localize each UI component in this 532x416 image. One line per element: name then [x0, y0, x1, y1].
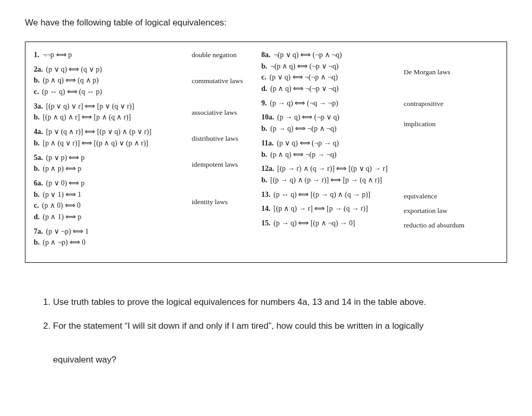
- question-2: For the statement “I will sit down if an…: [53, 318, 507, 368]
- left-formula-column: 1.¬¬p ⟺ p2a.(p ∨ q) ⟺ (q ∨ p)b.(p ∧ q) ⟺…: [34, 49, 179, 254]
- law-name: exportation law: [404, 205, 498, 217]
- left-group: 4a.[p ∨ (q ∧ r)] ⟺ [(p ∨ q) ∧ (p ∨ r)]b.…: [34, 126, 179, 149]
- formula-row: 11a.(p ∨ q) ⟺ (¬p → q): [261, 138, 391, 149]
- right-group: 12a.[(p → r) ∧ (q → r)] ⟺ [(p ∨ q) → r]b…: [261, 163, 391, 185]
- questions: Use truth tables to prove the logical eq…: [25, 294, 507, 368]
- question-1-text: Use truth tables to prove the logical eq…: [53, 297, 426, 307]
- question-1: Use truth tables to prove the logical eq…: [53, 294, 507, 311]
- row-expression: (p ↔ q) ⟺ (q ↔ p): [42, 88, 102, 96]
- row-number: b.: [261, 62, 267, 70]
- row-number: b.: [34, 165, 39, 172]
- row-expression: (p ∧ q) ⟺ ¬(¬p ∨ ¬q): [270, 85, 338, 92]
- formula-row: b.(p → q) ⟺ ¬(p ∧ ¬q): [261, 123, 391, 135]
- left-group: 5a.(p ∨ p) ⟺ pb.(p ∧ p) ⟺ p: [34, 152, 179, 175]
- law-name: De Morgan laws: [404, 49, 498, 95]
- row-number: b.: [34, 113, 39, 121]
- row-expression: (p ∨ 0) ⟺ p: [46, 179, 85, 187]
- formula-row: b.[(p → q) ∧ (p → r)] ⟺ [p → (q ∧ r)]: [261, 175, 391, 186]
- row-expression: (p ∧ p) ⟺ p: [43, 165, 81, 172]
- row-expression: [(p ∧ q) → r] ⟺ [p → (q → r)]: [274, 205, 368, 212]
- right-group: 9.(p → q) ⟺ (¬q → ¬p): [261, 98, 391, 109]
- law-name: distributive laws: [192, 127, 249, 150]
- formula-row: 13.(p ↔ q) ⟺ [(p → q) ∧ (q → p)]: [261, 189, 391, 200]
- formula-row: 12a.[(p → r) ∧ (q → r)] ⟺ [(p ∨ q) → r]: [261, 163, 391, 175]
- law-name: commutative laws: [192, 64, 249, 98]
- row-expression: (p ∨ q) ⟺ (q ∨ p): [46, 65, 102, 73]
- row-expression: [p ∧ (q ∨ r)] ⟺ [(p ∧ q) ∨ (p ∧ r)]: [43, 139, 148, 147]
- formula-row: 2a.(p ∨ q) ⟺ (q ∨ p): [34, 64, 179, 75]
- left-group: 1.¬¬p ⟺ p: [34, 49, 179, 61]
- left-group: 6a.(p ∨ 0) ⟺ pb.(p ∨ 1) ⟺ 1c.(p ∧ 0) ⟺ 0…: [34, 178, 179, 223]
- row-number: c.: [261, 73, 267, 81]
- row-expression: (p ∨ p) ⟺ p: [46, 154, 85, 162]
- formula-row: c.(p ↔ q) ⟺ (q ↔ p): [34, 86, 179, 98]
- row-number: c.: [34, 88, 39, 96]
- row-number: b.: [261, 176, 267, 184]
- formula-row: 14.[(p ∧ q) → r] ⟺ [p → (q → r)]: [261, 203, 391, 214]
- row-expression: ¬(p ∨ q) ⟺ (¬p ∧ ¬q): [274, 51, 342, 59]
- formula-row: c.(p ∧ 0) ⟺ 0: [34, 200, 179, 211]
- formula-row: 10a.(p → q) ⟺ (¬p ∨ q): [261, 112, 391, 123]
- formula-row: 3a.[(p ∨ q) ∨ r] ⟺ [p ∨ (q ∨ r)]: [34, 101, 179, 112]
- formula-row: 7a.(p ∨ ¬p) ⟺ 1: [34, 226, 179, 237]
- row-expression: [p ∨ (q ∧ r)] ⟺ [(p ∨ q) ∧ (p ∨ r)]: [46, 128, 152, 136]
- row-expression: (p → q) ⟺ (¬p ∨ q): [277, 113, 340, 121]
- formula-row: b.[p ∧ (q ∨ r)] ⟺ [(p ∧ q) ∨ (p ∧ r)]: [34, 138, 179, 149]
- row-number: 8a.: [261, 51, 271, 59]
- row-number: b.: [34, 76, 39, 84]
- row-expression: [(p ∨ q) ∨ r] ⟺ [p ∨ (q ∨ r)]: [46, 102, 135, 110]
- law-name: [404, 165, 498, 187]
- formula-row: 15.(p → q) ⟺ [(p ∧ ¬q) → 0]: [261, 218, 391, 229]
- row-expression: (p → q) ⟺ [(p ∧ ¬q) → 0]: [274, 219, 355, 227]
- formula-row: d.(p ∧ 1) ⟺ p: [34, 211, 179, 223]
- law-name: associative laws: [192, 101, 249, 124]
- right-group: 15.(p → q) ⟺ [(p ∧ ¬q) → 0]: [261, 218, 391, 229]
- question-2-line-1: For the statement “I will sit down if an…: [53, 321, 423, 331]
- row-expression: (p ∧ 1) ⟺ p: [43, 213, 81, 221]
- right-group: 14.[(p ∧ q) → r] ⟺ [p → (q → r)]: [261, 203, 391, 214]
- row-number: b.: [34, 238, 39, 246]
- row-expression: (p ∧ q) ⟺ ¬(p → ¬q): [270, 151, 336, 158]
- equivalence-table: 1.¬¬p ⟺ p2a.(p ∨ q) ⟺ (q ∨ p)b.(p ∧ q) ⟺…: [25, 42, 507, 263]
- row-number: 12a.: [261, 165, 274, 172]
- law-name: implication: [404, 113, 498, 136]
- right-formula-column: 8a.¬(p ∨ q) ⟺ (¬p ∧ ¬q)b.¬(p ∧ q) ⟺ (¬p …: [261, 49, 391, 254]
- right-group: 11a.(p ∨ q) ⟺ (¬p → q)b.(p ∧ q) ⟺ ¬(p → …: [261, 138, 391, 160]
- row-expression: (p → q) ⟺ ¬(p ∧ ¬q): [270, 125, 336, 132]
- row-expression: (p ↔ q) ⟺ [(p → q) ∧ (q → p)]: [274, 191, 370, 198]
- formula-row: b.(p ∧ q) ⟺ ¬(p → ¬q): [261, 149, 391, 160]
- right-name-column: De Morgan lawscontrapositiveimplicatione…: [404, 49, 498, 254]
- formula-row: c.(p ∨ q) ⟺ ¬(¬p ∧ ¬q): [261, 72, 391, 83]
- row-number: b.: [261, 125, 267, 132]
- page: We have the following table of logical e…: [0, 0, 532, 396]
- left-group: 7a.(p ∨ ¬p) ⟺ 1b.(p ∧ ¬p) ⟺ 0: [34, 226, 179, 248]
- formula-row: 9.(p → q) ⟺ (¬q → ¬p): [261, 98, 391, 109]
- formula-row: 8a.¬(p ∨ q) ⟺ (¬p ∧ ¬q): [261, 49, 391, 61]
- right-group: 13.(p ↔ q) ⟺ [(p → q) ∧ (q → p)]: [261, 189, 391, 200]
- row-number: 14.: [261, 205, 271, 212]
- formula-row: b.(p ∧ ¬p) ⟺ 0: [34, 237, 179, 248]
- law-name: equivalence: [404, 191, 498, 202]
- law-name: identity laws: [192, 179, 249, 225]
- law-name: contrapositive: [404, 98, 498, 110]
- formula-row: 4a.[p ∨ (q ∧ r)] ⟺ [(p ∨ q) ∧ (p ∨ r)]: [34, 126, 179, 138]
- formula-row: b.(p ∧ p) ⟺ p: [34, 163, 179, 175]
- row-expression: (p ∨ 1) ⟺ 1: [43, 191, 81, 198]
- right-group: 8a.¬(p ∨ q) ⟺ (¬p ∧ ¬q)b.¬(p ∧ q) ⟺ (¬p …: [261, 49, 391, 95]
- left-name-column: double negationcommutative lawsassociati…: [192, 49, 249, 254]
- left-group: 2a.(p ∨ q) ⟺ (q ∨ p)b.(p ∧ q) ⟺ (q ∧ p)c…: [34, 64, 179, 98]
- formula-row: b.(p ∨ 1) ⟺ 1: [34, 189, 179, 200]
- question-2-line-2: equivalent way?: [53, 355, 116, 365]
- row-number: 2a.: [34, 65, 43, 73]
- row-expression: ¬¬p ⟺ p: [43, 51, 72, 59]
- formula-row: 5a.(p ∨ p) ⟺ p: [34, 152, 179, 164]
- row-number: b.: [34, 139, 39, 147]
- row-expression: (p ∧ 0) ⟺ 0: [42, 202, 81, 209]
- row-number: 3a.: [34, 102, 43, 110]
- law-name: [404, 139, 498, 162]
- left-group: 3a.[(p ∨ q) ∨ r] ⟺ [p ∨ (q ∨ r)]b.[(p ∧ …: [34, 101, 179, 123]
- intro-text: We have the following table of logical e…: [25, 18, 507, 28]
- row-expression: [(p ∧ q) ∧ r] ⟺ [p ∧ (q ∧ r)]: [43, 113, 131, 121]
- row-expression: (p ∧ q) ⟺ (q ∧ p): [43, 76, 99, 84]
- row-number: 7a.: [34, 227, 43, 235]
